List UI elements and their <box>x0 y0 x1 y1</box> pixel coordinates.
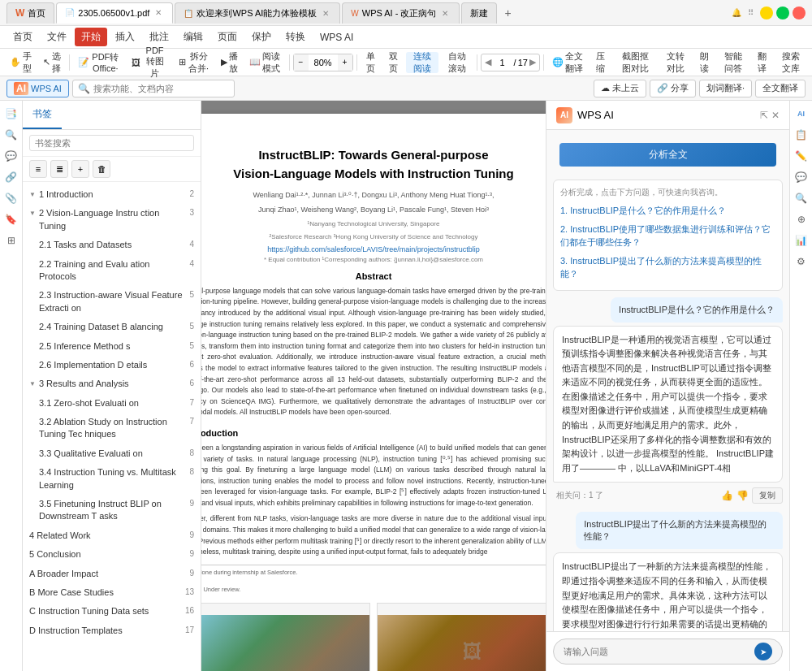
ai-send-button[interactable]: ➤ <box>754 643 772 660</box>
menu-insert[interactable]: 插入 <box>109 28 141 46</box>
sidebar-attachment-icon[interactable]: 📎 <box>2 188 21 208</box>
menu-page[interactable]: 页面 <box>211 28 244 46</box>
bookmark-case-studies[interactable]: B More Case Studies 13 <box>23 583 201 602</box>
tab-wps-template-close[interactable]: ✕ <box>320 8 331 19</box>
tab-wps-ai-correct-close[interactable]: ✕ <box>439 8 451 19</box>
zoom-input[interactable] <box>309 58 338 67</box>
next-page-button[interactable]: ▶ <box>529 57 536 67</box>
sidebar-layer-icon[interactable]: ⊞ <box>2 231 21 250</box>
bookmark-ablation[interactable]: 3.2 Ablation Study on Instruction Tuning… <box>23 413 201 444</box>
pdf-area[interactable]: arXiv:2305.06500v1 [cs.CV] 11 May 2023 I… <box>201 101 546 671</box>
maximize-button[interactable] <box>776 6 789 19</box>
expand-all-button[interactable]: ≡ <box>29 160 47 178</box>
bookmark-conclusion[interactable]: 5 Conclusion 9 <box>23 545 201 564</box>
ask-button[interactable]: 智能问答 <box>717 52 750 73</box>
add-tab-button[interactable]: + <box>499 4 516 22</box>
tab-home[interactable]: W 首页 <box>6 2 54 24</box>
ai-expand-icon[interactable]: ⇱ <box>760 110 768 121</box>
right-icon-6[interactable]: ⊕ <box>792 210 811 229</box>
translate-doc-button[interactable]: 翻译 <box>751 52 772 73</box>
bookmark-inference-methods[interactable]: 2.5 Inference Method s 5 <box>23 337 201 356</box>
pdf-extract-button[interactable]: 🖼 PDF转图片 <box>127 52 172 73</box>
grid-icon[interactable]: ⠿ <box>748 8 754 17</box>
tab-wps-template[interactable]: 📋 欢迎来到WPS AI能力体验模板 ✕ <box>175 2 340 24</box>
tab-wps-ai-correct[interactable]: W WPS AI - 改正病句 ✕ <box>342 2 460 24</box>
bookmark-related-work[interactable]: 4 Related Work 9 <box>23 526 201 545</box>
notifications-icon[interactable]: 🔔 <box>732 8 741 17</box>
bookmark-training-protocols[interactable]: 2.2 Training and Evalu ation Protocols 4 <box>23 255 201 287</box>
pdf-github-link[interactable]: https://github.com/salesforce/LAVIS/tree… <box>201 245 546 253</box>
menu-protect[interactable]: 保护 <box>245 28 278 46</box>
close-button[interactable] <box>793 6 806 19</box>
ai-analyze-button[interactable]: 分析全文 <box>559 143 776 167</box>
extract-images-button[interactable]: 截图抠图对比 <box>613 52 658 73</box>
bookmark-finetuning[interactable]: 3.5 Finetuning Instruct BLIP on Downstre… <box>23 495 201 526</box>
bookmark-visual-feature[interactable]: 2.3 Instruction-aware Visual Feature Ext… <box>23 286 201 318</box>
bookmark-implementation[interactable]: 2.6 Implementation D etails 6 <box>23 356 201 374</box>
proofread-button[interactable]: 朗读 <box>693 52 715 73</box>
compress-button[interactable]: 压缩 <box>590 52 611 73</box>
bookmarks-tab[interactable]: 书签 <box>23 101 62 129</box>
right-icon-5[interactable]: 🔍 <box>792 188 811 208</box>
bookmark-search-input[interactable] <box>29 135 194 151</box>
ai-question-1[interactable]: 1. InstructBLIP是什么？它的作用是什么？ <box>560 201 775 220</box>
full-translate-button[interactable]: 🌐 全文翻译 <box>547 52 589 73</box>
play-button[interactable]: ▶ 播放 <box>216 52 243 73</box>
share-button[interactable]: 🔗 分享 <box>650 80 696 97</box>
wps-ai-button[interactable]: AI WPS AI <box>6 80 69 97</box>
tab-new[interactable]: 新建 <box>461 2 497 24</box>
sidebar-stamp-icon[interactable]: 🔖 <box>2 210 21 229</box>
pdf-to-office-button[interactable]: 📝 PDF转Office· <box>73 52 125 73</box>
sidebar-link-icon[interactable]: 🔗 <box>2 167 21 187</box>
cloud-save-button[interactable]: ☁ 未上云 <box>594 80 646 97</box>
bookmark-zero-shot[interactable]: 3.1 Zero-shot Evaluati on 7 <box>23 394 201 413</box>
bookmark-qualitative[interactable]: 3.3 Qualitative Evaluati on 8 <box>23 444 201 463</box>
bookmark-tasks-datasets[interactable]: 2.1 Tasks and Datasets 4 <box>23 236 201 254</box>
menu-convert[interactable]: 转换 <box>279 28 312 46</box>
thumbup-icon[interactable]: 👍 <box>721 490 733 501</box>
minimize-button[interactable] <box>760 6 773 19</box>
page-number-input[interactable] <box>493 58 512 67</box>
layout-continuous-button[interactable]: 连续阅读 <box>406 52 439 73</box>
zoom-out-button[interactable]: − <box>294 54 309 71</box>
collapse-all-button[interactable]: ≣ <box>50 160 68 178</box>
menu-edit[interactable]: 编辑 <box>177 28 209 46</box>
compare-button[interactable]: 文转对比 <box>659 52 693 73</box>
prev-page-button[interactable]: ◀ <box>485 57 491 67</box>
ai-close-icon[interactable]: ✕ <box>771 110 780 121</box>
right-icon-7[interactable]: 📊 <box>792 231 811 250</box>
layout-double-button[interactable]: 双页 <box>382 52 404 73</box>
menu-home[interactable]: 首页 <box>6 28 39 46</box>
sidebar-comment-icon[interactable]: 💬 <box>2 146 21 166</box>
split-merge-button[interactable]: ⊞ 拆分合并· <box>174 52 214 73</box>
sidebar-search-icon[interactable]: 🔍 <box>2 125 21 145</box>
thumbdown-icon[interactable]: 👎 <box>736 490 749 501</box>
right-icon-1[interactable]: AI <box>792 104 811 123</box>
bookmark-broader-impact[interactable]: A Broader Impact 9 <box>23 565 201 583</box>
right-icon-8[interactable]: ⚙ <box>792 252 811 271</box>
ai-question-2[interactable]: 2. InstructBLIP使用了哪些数据集进行训练和评估？它们都在于哪些任务… <box>560 220 775 252</box>
menu-comment[interactable]: 批注 <box>143 28 175 46</box>
translate-tab-button[interactable]: 划词翻译· <box>699 80 752 97</box>
bookmark-instruction-vs-multitask[interactable]: 3.4 Instruction Tuning vs. Multitask Lea… <box>23 463 201 495</box>
right-icon-4[interactable]: 💬 <box>792 167 811 187</box>
menu-start[interactable]: 开始 <box>75 28 107 46</box>
sidebar-bookmark-icon[interactable]: 📑 <box>2 104 21 123</box>
bookmark-datasets[interactable]: C Instruction Tuning Data sets 16 <box>23 602 201 621</box>
ai-chat-input[interactable] <box>564 647 754 656</box>
layout-single-button[interactable]: 单页 <box>360 52 381 73</box>
bookmark-templates[interactable]: D Instruction Templates 17 <box>23 621 201 640</box>
ai-search-input[interactable] <box>93 84 223 93</box>
menu-wps-ai[interactable]: WPS AI <box>313 29 360 45</box>
auto-scroll-button[interactable]: 自动滚动 <box>440 52 473 73</box>
bookmark-results[interactable]: ▼ 3 Results and Analysis 6 <box>23 374 201 393</box>
full-translate-tab-button[interactable]: 全文翻译 <box>755 80 806 97</box>
read-mode-button[interactable]: 📖 阅读模式 <box>244 52 286 73</box>
tab-pdf[interactable]: 📄 2305.06500v1.pdf ✕ <box>56 2 173 24</box>
tab-pdf-close[interactable]: ✕ <box>153 7 164 18</box>
menu-file[interactable]: 文件 <box>41 28 73 46</box>
bookmark-add-button[interactable]: + <box>71 160 89 178</box>
search-replace-button[interactable]: 搜索文库 <box>774 52 807 73</box>
ai-question-3[interactable]: 3. InstructBLIP提出了什么新的方法来提高模型的性能？ <box>560 252 775 284</box>
right-icon-3[interactable]: ✏️ <box>792 146 811 166</box>
